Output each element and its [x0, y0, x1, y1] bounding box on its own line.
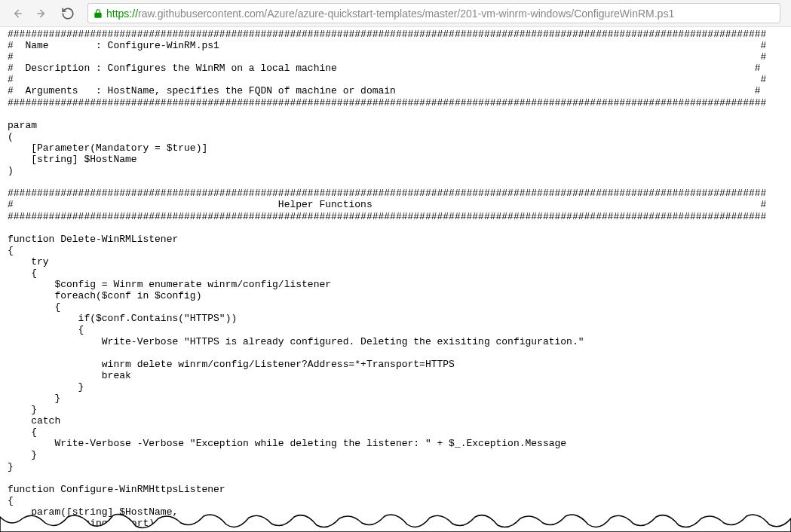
back-button[interactable] [6, 3, 27, 24]
url-host: raw.githubusercontent.com [138, 8, 264, 20]
reload-button[interactable] [57, 3, 78, 24]
address-bar[interactable]: https://raw.githubusercontent.com/Azure/… [87, 3, 780, 23]
url-scheme: https:// [106, 8, 138, 20]
raw-file-content: ########################################… [0, 27, 791, 530]
lock-icon [93, 8, 103, 19]
browser-toolbar: https://raw.githubusercontent.com/Azure/… [0, 0, 791, 27]
url-text: https://raw.githubusercontent.com/Azure/… [106, 8, 674, 20]
url-path: /Azure/azure-quickstart-templates/master… [264, 8, 674, 20]
forward-button[interactable] [32, 3, 53, 24]
content-area: ########################################… [0, 27, 791, 532]
